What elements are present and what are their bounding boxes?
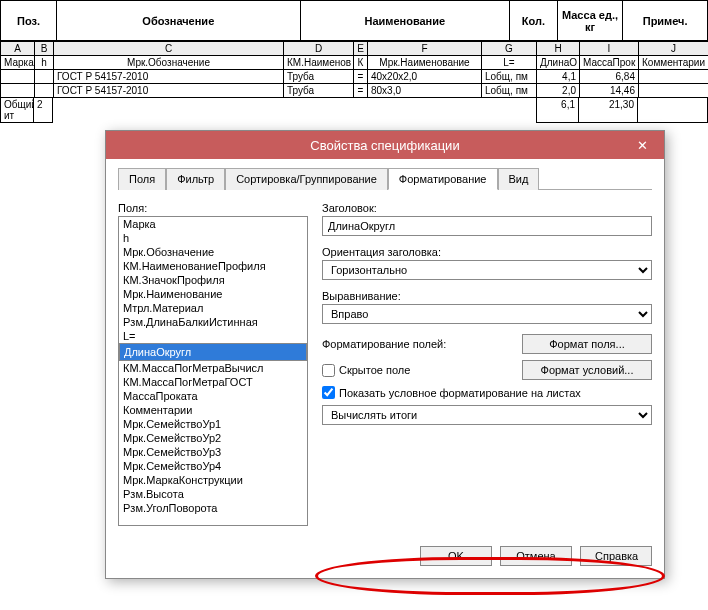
list-item[interactable]: КМ.ЗначокПрофиля (119, 273, 307, 287)
tab-formatting[interactable]: Форматирование (388, 168, 498, 190)
hdr-count: Кол. (510, 1, 558, 41)
field-format-button[interactable]: Формат поля... (522, 334, 652, 354)
list-item[interactable]: Комментарии (119, 403, 307, 417)
secondary-header-row: МаркаhМрк.ОбозначениеКМ.НаименовКМрк.Наи… (1, 56, 709, 70)
hdr-mass: Масса ед., кг (557, 1, 623, 41)
list-item[interactable]: Рзм.Высота (119, 487, 307, 501)
list-item[interactable]: КМ.МассаПогМетраВычисл (119, 361, 307, 375)
fields-label: Поля: (118, 202, 308, 214)
format-fields-label: Форматирование полей: (322, 338, 510, 350)
tab-filter[interactable]: Фильтр (166, 168, 225, 190)
list-item[interactable]: L= (119, 329, 307, 343)
ok-button[interactable]: OK (420, 546, 492, 566)
heading-input[interactable] (322, 216, 652, 236)
fields-listbox[interactable]: МаркаhМрк.ОбозначениеКМ.НаименованиеПроф… (118, 216, 308, 526)
cond-format-button[interactable]: Формат условий... (522, 360, 652, 380)
list-item[interactable]: Рзм.ДлинаБалкиИстинная (119, 315, 307, 329)
tabstrip: Поля Фильтр Сортировка/Группирование Фор… (118, 167, 652, 190)
help-button[interactable]: Справка (580, 546, 652, 566)
main-header: Поз. Обозначение Наименование Кол. Масса… (0, 0, 708, 41)
orient-label: Ориентация заголовка: (322, 246, 652, 258)
tab-view[interactable]: Вид (498, 168, 540, 190)
calc-totals-select[interactable]: Вычислять итоги (322, 405, 652, 425)
titlebar[interactable]: Свойства спецификации ✕ (106, 131, 664, 159)
align-select[interactable]: Вправо (322, 304, 652, 324)
hidden-field-checkbox[interactable] (322, 364, 335, 377)
spreadsheet: Поз. Обозначение Наименование Кол. Масса… (0, 0, 708, 123)
hdr-naming: Наименование (300, 1, 510, 41)
list-item[interactable]: КМ.НаименованиеПрофиля (119, 259, 307, 273)
list-item[interactable]: Мрк.СемействоУр3 (119, 445, 307, 459)
hdr-pos: Поз. (1, 1, 57, 41)
list-item[interactable]: Мрк.СемействоУр2 (119, 431, 307, 445)
list-item[interactable]: Мрк.СемействоУр4 (119, 459, 307, 473)
list-item[interactable]: Мрк.Наименование (119, 287, 307, 301)
show-conditional-label: Показать условное форматирование на лист… (339, 387, 581, 399)
properties-dialog: Свойства спецификации ✕ Поля Фильтр Сорт… (105, 130, 665, 579)
close-button[interactable]: ✕ (620, 131, 664, 159)
hdr-notes: Примеч. (623, 1, 708, 41)
list-item[interactable]: КМ.МассаПогМетраГОСТ (119, 375, 307, 389)
heading-label: Заголовок: (322, 202, 652, 214)
cancel-button[interactable]: Отмена (500, 546, 572, 566)
totals-b: 2 (34, 98, 53, 123)
hidden-field-label: Скрытое поле (339, 364, 410, 376)
tab-sort-group[interactable]: Сортировка/Группирование (225, 168, 388, 190)
list-item[interactable]: ДлинаОкругл (119, 343, 307, 361)
data-row[interactable]: ГОСТ Р 54157-2010Труба=40x20x2,0Lобщ, пм… (1, 70, 709, 84)
list-item[interactable]: Мрк.СемействоУр1 (119, 417, 307, 431)
totals-h: 6,1 (536, 98, 579, 123)
list-item[interactable]: МассаПроката (119, 389, 307, 403)
totals-label: Общий ит (0, 98, 34, 123)
dialog-title: Свойства спецификации (310, 138, 459, 153)
list-item[interactable]: Мрк.Обозначение (119, 245, 307, 259)
tab-fields[interactable]: Поля (118, 168, 166, 190)
list-item[interactable]: h (119, 231, 307, 245)
list-item[interactable]: Марка (119, 217, 307, 231)
list-item[interactable]: Мтрл.Материал (119, 301, 307, 315)
list-item[interactable]: Мрк.МаркаКонструкции (119, 473, 307, 487)
orient-select[interactable]: Горизонтально (322, 260, 652, 280)
column-letters-row: ABCDEFGHIJ (1, 42, 709, 56)
hdr-designation: Обозначение (57, 1, 300, 41)
close-icon: ✕ (637, 138, 648, 153)
show-conditional-checkbox[interactable] (322, 386, 335, 399)
data-row[interactable]: ГОСТ Р 54157-2010Труба=80x3,0Lобщ, пм2,0… (1, 84, 709, 98)
list-item[interactable]: Рзм.УголПоворота (119, 501, 307, 515)
totals-i: 21,30 (579, 98, 638, 123)
grid: ABCDEFGHIJ МаркаhМрк.ОбозначениеКМ.Наиме… (0, 41, 708, 98)
align-label: Выравнивание: (322, 290, 652, 302)
